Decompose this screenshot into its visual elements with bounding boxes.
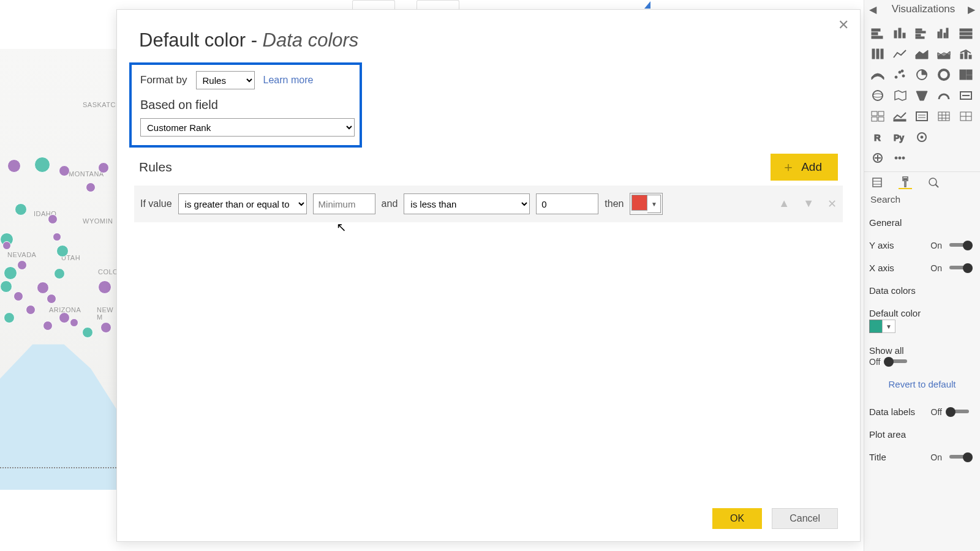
format-row-x-axis[interactable]: X axis On	[864, 257, 980, 279]
svg-point-36	[873, 91, 883, 100]
viz-more-icon[interactable]	[891, 151, 908, 165]
operator1-select[interactable]: is greater than or equal to	[178, 193, 307, 214]
format-row-y-axis[interactable]: Y axis On	[864, 234, 980, 257]
svg-text:R: R	[874, 132, 881, 143]
pane-prev-icon[interactable]: ◀	[864, 1, 881, 18]
toggle-icon	[946, 241, 973, 250]
viz-clustered-bar-icon[interactable]	[913, 26, 930, 40]
svg-rect-35	[967, 75, 972, 80]
viz-key-influencers-icon[interactable]	[913, 130, 930, 144]
show-all-toggle-row[interactable]: Off	[864, 357, 980, 373]
viz-stacked-area-icon[interactable]	[935, 47, 952, 61]
svg-rect-8	[916, 31, 925, 33]
chevron-down-icon[interactable]: ▼	[647, 195, 661, 213]
based-on-field-label: Based on field	[140, 98, 351, 112]
move-down-icon[interactable]: ▼	[803, 197, 814, 211]
format-search[interactable]: Search	[864, 189, 980, 211]
format-row-general[interactable]: General	[864, 211, 980, 234]
toggle-icon	[946, 263, 973, 273]
svg-rect-24	[960, 54, 963, 59]
learn-more-link[interactable]: Learn more	[263, 75, 314, 86]
viz-area-icon[interactable]	[913, 47, 930, 61]
viz-donut-icon[interactable]	[935, 67, 952, 82]
viz-clustered-column-icon[interactable]	[935, 26, 952, 40]
rule-color-swatch[interactable]	[631, 195, 647, 211]
svg-rect-34	[967, 70, 972, 75]
format-row-default-color[interactable]: Default color	[864, 302, 980, 320]
visualizations-pane: ◀ Visualizations ▶ R Py	[864, 0, 980, 551]
viz-scatter-icon[interactable]	[891, 67, 908, 82]
viz-treemap-icon[interactable]	[957, 67, 974, 82]
viz-line-icon[interactable]	[891, 47, 908, 61]
format-by-select[interactable]: Rules	[196, 71, 255, 89]
svg-rect-43	[872, 117, 877, 121]
cancel-button[interactable]: Cancel	[772, 508, 838, 529]
close-icon[interactable]: ✕	[838, 17, 849, 33]
map-background: SASKATCH MONTANA IDAHO WYOMIN NEVADA UTA…	[0, 49, 116, 490]
viz-combo-icon[interactable]	[957, 47, 974, 61]
viz-funnel-icon[interactable]	[913, 88, 930, 103]
viz-100pct-bar-icon[interactable]	[957, 26, 974, 40]
default-color-dialog: ✕ Default color - Data colors Format by …	[116, 9, 861, 542]
toggle-icon	[946, 407, 973, 417]
format-row-data-labels[interactable]: Data labels Off	[864, 400, 980, 423]
viz-kpi-icon[interactable]	[891, 109, 908, 124]
svg-line-72	[935, 184, 938, 187]
pane-next-icon[interactable]: ▶	[963, 1, 980, 18]
viz-gauge-icon[interactable]	[935, 88, 952, 103]
format-row-title[interactable]: Title On	[864, 446, 980, 468]
analytics-tab-icon[interactable]	[927, 176, 940, 189]
viz-custom-icon[interactable]	[869, 151, 886, 165]
viz-filled-map-icon[interactable]	[891, 88, 908, 103]
map-label: SASKATCH	[83, 101, 121, 108]
svg-rect-49	[938, 112, 949, 121]
move-up-icon[interactable]: ▲	[778, 197, 790, 211]
svg-rect-11	[938, 32, 940, 38]
svg-rect-19	[876, 49, 879, 59]
viz-stacked-bar-icon[interactable]	[869, 26, 886, 40]
operator2-select[interactable]: is less than	[404, 193, 530, 214]
revert-to-default-link[interactable]: Revert to default	[864, 373, 980, 400]
svg-rect-14	[946, 28, 948, 38]
svg-rect-6	[903, 33, 905, 38]
viz-python-icon[interactable]: Py	[891, 130, 908, 144]
svg-rect-10	[916, 37, 924, 39]
viz-slicer-icon[interactable]	[913, 109, 930, 124]
ribbon-tab-hint	[352, 0, 395, 9]
viz-map-icon[interactable]	[869, 88, 886, 103]
corner-flag-icon	[643, 0, 655, 9]
value2-input[interactable]	[536, 193, 598, 214]
viz-r-icon[interactable]: R	[869, 130, 886, 144]
viz-ribbon-icon[interactable]	[869, 67, 886, 82]
default-color-swatch-row[interactable]: ▼	[864, 320, 980, 339]
svg-rect-2	[872, 32, 878, 35]
viz-multi-card-icon[interactable]	[869, 109, 886, 124]
svg-rect-20	[881, 49, 883, 59]
format-tab-icon[interactable]	[899, 176, 912, 189]
viz-matrix-icon[interactable]	[957, 109, 974, 124]
viz-table-icon[interactable]	[935, 109, 952, 124]
ok-button[interactable]: OK	[712, 508, 762, 529]
svg-rect-42	[878, 111, 884, 116]
format-row-plot-area[interactable]: Plot area	[864, 423, 980, 446]
fields-tab-icon[interactable]	[870, 176, 884, 189]
svg-rect-18	[872, 49, 875, 59]
viz-100pct-column-icon[interactable]	[869, 47, 886, 61]
viz-card-icon[interactable]	[957, 88, 974, 103]
svg-rect-44	[878, 117, 884, 121]
svg-marker-38	[916, 91, 927, 100]
based-on-field-select[interactable]: Customer Rank	[140, 118, 355, 137]
format-tabs	[864, 171, 980, 189]
svg-rect-33	[960, 70, 966, 80]
format-row-show-all[interactable]: Show all	[864, 339, 980, 357]
add-rule-button[interactable]: ＋ Add	[771, 154, 838, 181]
svg-rect-12	[940, 29, 942, 38]
viz-stacked-column-icon[interactable]	[891, 26, 908, 40]
viz-pie-icon[interactable]	[913, 67, 930, 82]
svg-point-27	[895, 76, 897, 78]
then-label: then	[605, 198, 624, 209]
format-row-data-colors[interactable]: Data colors	[864, 279, 980, 302]
value1-input[interactable]	[313, 193, 375, 214]
remove-rule-icon[interactable]: ✕	[827, 197, 837, 211]
svg-rect-4	[894, 31, 897, 38]
